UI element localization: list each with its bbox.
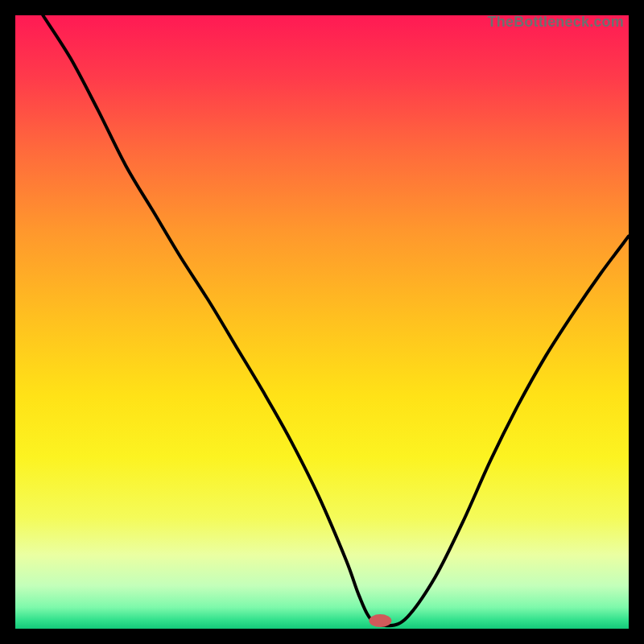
chart-svg <box>15 15 629 629</box>
chart-frame: TheBottleneck.com <box>15 15 629 629</box>
watermark-text: TheBottleneck.com <box>488 14 624 31</box>
gradient-background <box>15 15 629 629</box>
optimal-marker <box>369 614 391 627</box>
